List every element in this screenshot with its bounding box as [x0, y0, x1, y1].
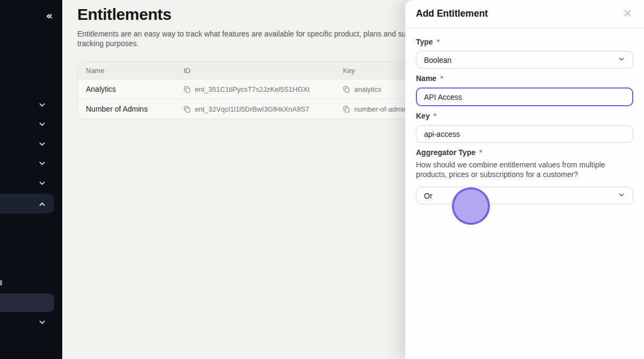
entitlement-id: ent_351C1tiPycsT7s2JzKel5S1HGXt	[195, 85, 310, 93]
sidebar-section-toggle-4[interactable]	[0, 153, 62, 173]
key-input[interactable]	[416, 125, 633, 143]
sidebar-section-toggle-6[interactable]	[0, 312, 62, 332]
required-asterisk: *	[440, 74, 443, 83]
required-asterisk: *	[437, 38, 440, 46]
sidebar-section-toggle-3[interactable]	[0, 134, 62, 153]
type-select[interactable]: Boolean	[416, 51, 633, 69]
sidebar-section-toggle-5[interactable]	[0, 173, 62, 193]
sidebar-section-toggle-1[interactable]	[0, 95, 62, 114]
copy-icon[interactable]	[343, 106, 350, 113]
aggregator-select-value: Or	[424, 192, 433, 200]
aggregator-select[interactable]: Or	[416, 187, 633, 204]
sidebar-collapse-button[interactable]: «	[42, 9, 57, 23]
add-entitlement-drawer: Add Entitlement Type * Boolean Name * Ke…	[405, 0, 644, 359]
type-select-value: Boolean	[424, 56, 451, 64]
column-header-name: Name	[78, 62, 175, 79]
name-input[interactable]	[416, 87, 633, 106]
key-field-label: Key *	[416, 112, 633, 120]
aggregator-help-text: How should we combine entitlement values…	[416, 160, 633, 179]
drawer-title: Add Entitlement	[416, 8, 488, 19]
sidebar-section-expanded[interactable]	[0, 194, 54, 214]
sidebar-subitem-active[interactable]	[0, 294, 54, 312]
copy-icon[interactable]	[184, 86, 191, 93]
column-header-id: ID	[175, 62, 335, 79]
close-button[interactable]	[620, 7, 634, 21]
sidebar-section-toggle-2[interactable]	[0, 114, 62, 134]
required-asterisk: *	[434, 112, 436, 120]
entitlement-key: number-of-admins	[354, 105, 411, 113]
copy-icon[interactable]	[343, 86, 350, 93]
aggregator-field-label: Aggregator Type *	[416, 148, 633, 157]
sidebar: «	[0, 0, 62, 359]
copy-icon[interactable]	[184, 106, 191, 113]
chevron-down-icon	[618, 191, 625, 200]
entitlement-id: ent_32VqcI1l1l5DrBwI3GfHkXnA9S7	[195, 105, 309, 113]
sidebar-icon-fragment	[0, 280, 2, 285]
entitlement-key: analytics	[354, 85, 382, 93]
required-asterisk: *	[479, 148, 482, 157]
name-field-label: Name *	[416, 74, 633, 83]
close-icon	[624, 9, 632, 19]
type-field-label: Type *	[416, 38, 633, 46]
entitlement-name: Analytics	[78, 79, 175, 99]
entitlement-name: Number of Admins	[78, 99, 175, 119]
chevron-down-icon	[618, 55, 625, 64]
